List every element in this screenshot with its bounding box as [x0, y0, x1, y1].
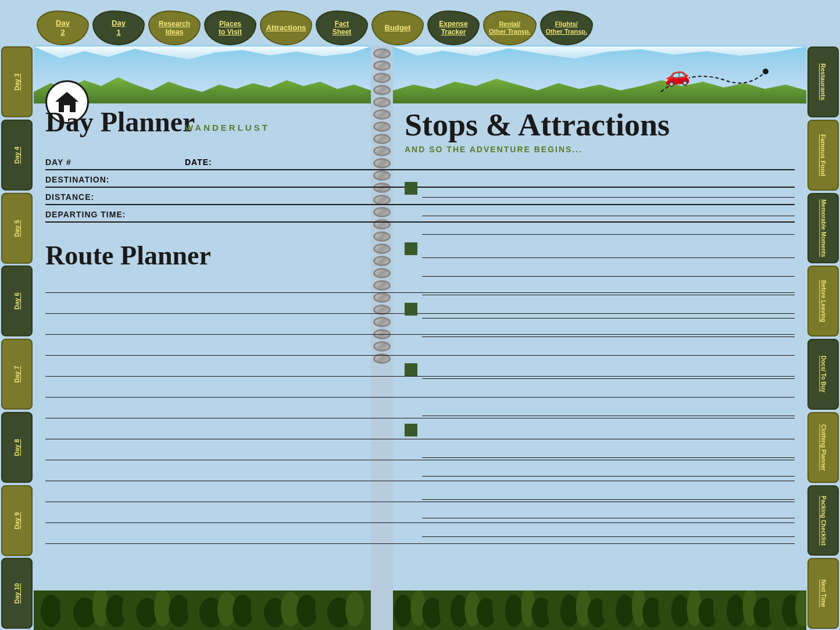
tab-clothing[interactable]: Clothing Planner — [807, 412, 839, 483]
right-line-5b — [422, 439, 795, 458]
tab-day9[interactable]: Day 9 — [1, 485, 33, 556]
tab-day6[interactable]: Day 6 — [1, 266, 33, 337]
svg-point-48 — [727, 595, 745, 627]
tab-day4[interactable]: Day 4 — [1, 120, 33, 191]
svg-point-22 — [345, 592, 364, 627]
right-line-5a — [422, 421, 795, 439]
header-image-right: 🚗 — [393, 45, 806, 103]
right-line-group-5 — [405, 421, 795, 439]
destination-label: DESTINATION: — [45, 175, 138, 184]
spiral-coil-6 — [373, 109, 391, 120]
right-line-4b — [422, 379, 795, 398]
spiral-coil-16 — [373, 231, 391, 242]
tab-packing[interactable]: Packing Checklist — [807, 485, 839, 556]
right-line-1b — [422, 198, 795, 216]
tab-day7[interactable]: Day 7 — [1, 339, 33, 410]
right-line-1a — [422, 179, 795, 198]
svg-point-44 — [671, 595, 689, 627]
day-date-row: DAY # DATE: — [45, 153, 795, 170]
spiral-coil-7 — [373, 121, 391, 132]
green-square-4 — [405, 363, 417, 376]
distance-label: DISTANCE: — [45, 192, 138, 202]
stops-title-block: Stops & Attractions AND SO THE ADVENTURE… — [405, 108, 670, 154]
tab-next-time[interactable]: Next Time — [807, 558, 839, 629]
spiral-coil-8 — [373, 134, 391, 144]
right-lines-section — [405, 179, 795, 537]
tab-day1[interactable]: Day1 — [92, 10, 145, 45]
svg-point-32 — [505, 595, 523, 627]
tab-rental[interactable]: Rental/Other Transp. — [483, 10, 537, 45]
tab-day10[interactable]: Day 10 — [1, 558, 33, 629]
right-line-3a — [422, 300, 795, 318]
right-line-2b — [422, 258, 795, 277]
right-line-group-4 — [405, 360, 795, 379]
spiral-coil-18 — [373, 256, 391, 266]
green-square-2 — [405, 242, 417, 255]
day-label: DAY # — [45, 158, 138, 167]
svg-point-11 — [169, 595, 190, 627]
right-line-extra-2 — [422, 500, 795, 518]
svg-point-24 — [394, 595, 412, 627]
right-line-3c — [422, 337, 795, 356]
spiral-coil-5 — [373, 97, 391, 108]
day-planner-title-block: Day Planner WANDERLUST — [45, 108, 195, 136]
tab-day5[interactable]: Day 5 — [1, 193, 33, 264]
svg-point-3 — [41, 595, 62, 627]
stops-main-title: Stops & Attractions — [405, 108, 670, 142]
green-square-3 — [405, 303, 417, 316]
date-label: DATE: — [185, 158, 212, 167]
departing-label: DEPARTING TIME: — [45, 210, 138, 219]
right-line-group-3 — [405, 300, 795, 318]
spiral-coil-4 — [373, 85, 391, 95]
tab-day2[interactable]: Day2 — [37, 10, 89, 45]
tab-attractions[interactable]: Attractions — [260, 10, 312, 45]
green-square-1 — [405, 182, 417, 195]
spiral-coil-1 — [373, 48, 391, 59]
spiral-coil-2 — [373, 60, 391, 71]
day-planner-title: Day Planner — [45, 108, 195, 136]
spiral-coil-3 — [373, 73, 391, 83]
right-line-extra-3 — [422, 518, 795, 537]
bottom-forest-left — [34, 590, 371, 630]
right-line-2a — [422, 239, 795, 258]
right-line-group-2 — [405, 239, 795, 258]
tab-restaurants[interactable]: Restaurants — [807, 46, 839, 117]
right-line-4a — [422, 360, 795, 379]
tab-fact-sheet[interactable]: FactSheet — [316, 10, 368, 45]
tab-day8[interactable]: Day 8 — [1, 412, 33, 483]
svg-point-19 — [296, 595, 317, 627]
stops-subtitle: AND SO THE ADVENTURE BEGINS... — [405, 145, 670, 154]
green-square-5 — [405, 424, 417, 436]
svg-point-15 — [233, 595, 253, 627]
svg-point-0 — [763, 69, 768, 74]
left-tabs: Day 3 Day 4 Day 5 Day 6 Day 7 Day 8 Day … — [0, 45, 34, 630]
wanderlust-subtitle: WANDERLUST — [185, 123, 270, 133]
forest-svg-right — [393, 590, 806, 630]
tab-day3[interactable]: Day 3 — [1, 46, 33, 117]
tab-flights[interactable]: Flights/Other Transp. — [540, 10, 594, 45]
right-line-3b — [422, 318, 795, 337]
svg-point-40 — [616, 595, 634, 627]
route-planner-title: Route Planner — [45, 240, 211, 271]
tab-expense-tracker[interactable]: ExpenseTracker — [427, 10, 480, 45]
tab-famous-food[interactable]: Famous Food — [807, 120, 839, 191]
main-content: 🚗 Day Planner WANDERLUST DAY # DATE: DES… — [34, 45, 806, 630]
svg-point-36 — [560, 595, 578, 627]
tab-memorable-moments[interactable]: Memorable Moments — [807, 193, 839, 264]
right-line-4c — [422, 398, 795, 416]
forest-svg-left — [34, 590, 371, 630]
top-tabs: Day2 Day1 ResearchIdeas Placesto Visit A… — [35, 0, 805, 45]
tab-places-to-visit[interactable]: Placesto Visit — [204, 10, 256, 45]
right-line-extra-1 — [422, 481, 795, 500]
tab-before-leaving[interactable]: Before Leaving — [807, 266, 839, 337]
tab-budget[interactable]: Budget — [371, 10, 424, 45]
tab-research-ideas[interactable]: ResearchIdeas — [148, 10, 201, 45]
spiral-coil-17 — [373, 244, 391, 254]
bottom-forest-right — [393, 590, 806, 630]
tab-docs[interactable]: Docs/ To Buy — [807, 339, 839, 410]
snow-cap-left — [34, 46, 371, 70]
right-line-2c — [422, 277, 795, 295]
right-line-group-1 — [405, 179, 795, 198]
right-line-5c — [422, 458, 795, 477]
car-icon: 🚗 — [663, 62, 691, 88]
